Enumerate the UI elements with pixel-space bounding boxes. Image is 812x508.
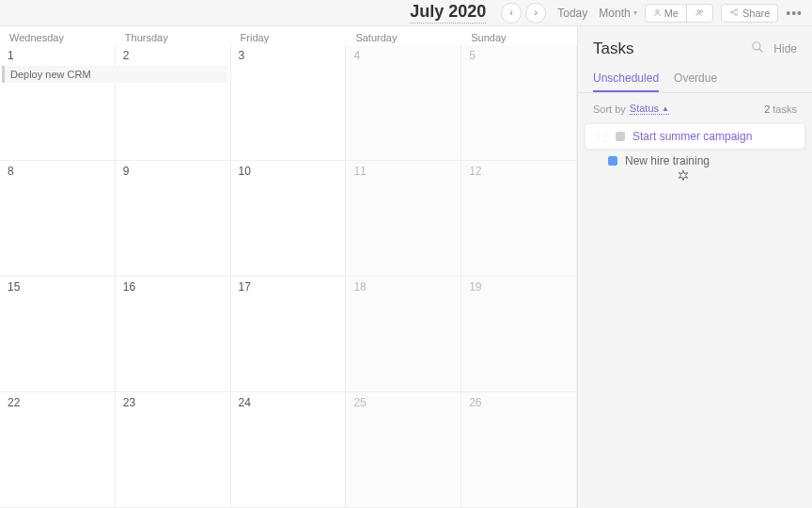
calendar-day[interactable]: 12 (461, 161, 577, 277)
day-number: 4 (353, 49, 453, 62)
day-number: 11 (353, 165, 453, 178)
people-icon (695, 8, 705, 19)
calendar-day[interactable]: 5 (461, 45, 577, 161)
sort-label: Sort by (593, 103, 626, 115)
calendar-day[interactable]: 23 (116, 392, 231, 508)
calendar-grid: Wednesday Thursday Friday Saturday Sunda… (0, 26, 577, 508)
tab-unscheduled[interactable]: Unscheduled (593, 66, 659, 92)
day-number: 10 (239, 165, 338, 178)
task-status-icon[interactable] (616, 132, 625, 141)
calendar-day[interactable]: 9 (116, 161, 231, 277)
day-number: 9 (123, 165, 223, 178)
day-number: 25 (353, 396, 453, 409)
month-title[interactable]: July 2020 (410, 2, 486, 24)
day-number: 23 (123, 396, 223, 409)
sort-select[interactable]: Status ▲ (630, 103, 669, 115)
more-button[interactable]: ••• (786, 6, 803, 21)
weekday-header: Friday (231, 26, 347, 45)
weekday-header: Thursday (116, 26, 231, 45)
day-number: 17 (239, 280, 338, 294)
svg-point-2 (700, 10, 702, 12)
cursor-icon (677, 169, 690, 185)
person-icon (653, 8, 662, 19)
day-number: 8 (8, 165, 107, 178)
calendar-day[interactable]: 26 (461, 392, 577, 508)
calendar-day[interactable]: 2 (116, 45, 231, 161)
prev-button[interactable]: ‹ (501, 3, 522, 24)
search-icon[interactable] (751, 40, 764, 57)
calendar-day[interactable]: 11 (346, 161, 461, 277)
calendar-day[interactable]: 18 (346, 277, 461, 392)
weekday-header: Wednesday (0, 26, 116, 45)
me-filter-button[interactable]: Me (646, 5, 686, 22)
tab-overdue[interactable]: Overdue (674, 66, 717, 92)
calendar-day[interactable]: 24 (231, 392, 347, 508)
drag-handle-icon[interactable]: ⋮⋮ (593, 132, 608, 142)
calendar-day[interactable]: 19 (461, 277, 577, 392)
chevron-right-icon: › (535, 8, 538, 18)
day-number: 19 (469, 280, 569, 294)
day-number: 3 (239, 49, 338, 62)
hide-button[interactable]: Hide (773, 42, 797, 56)
share-button[interactable]: Share (721, 4, 778, 23)
task-name: New hire training (625, 154, 710, 167)
calendar-day[interactable]: 3 (231, 45, 347, 161)
tasks-sidebar: Tasks Hide Unscheduled Overdue Sort by S… (577, 26, 812, 508)
calendar-day[interactable]: 22 (0, 392, 116, 508)
day-number: 2 (123, 49, 223, 62)
day-number: 26 (469, 396, 569, 409)
day-number: 24 (239, 396, 338, 409)
calendar-day[interactable]: 4 (346, 45, 461, 161)
share-icon (729, 8, 739, 19)
day-number: 5 (469, 49, 569, 62)
weekday-header: Sunday (461, 26, 577, 45)
view-select[interactable]: Month ▾ (599, 7, 636, 20)
day-number: 15 (8, 280, 107, 294)
day-number: 1 (8, 49, 107, 62)
day-number: 18 (353, 280, 453, 294)
task-name: Start summer campaign (632, 130, 752, 143)
calendar-day[interactable]: 15 (0, 277, 116, 392)
task-count: 2 tasks (764, 103, 797, 115)
chevron-down-icon: ▾ (633, 8, 637, 17)
svg-point-1 (697, 9, 700, 12)
day-number: 12 (469, 165, 569, 178)
calendar-day[interactable]: 10 (231, 161, 347, 277)
task-status-icon[interactable] (608, 156, 617, 166)
sidebar-title: Tasks (593, 40, 751, 58)
calendar-day[interactable]: 17 (231, 277, 347, 392)
task-item[interactable]: New hire training (586, 149, 804, 173)
day-number: 16 (123, 280, 223, 294)
calendar-day[interactable]: 16 (116, 277, 231, 392)
calendar-event[interactable]: Deploy new CRM (2, 66, 227, 83)
today-button[interactable]: Today (554, 7, 591, 20)
chevron-left-icon: ‹ (510, 8, 513, 18)
weekday-header: Saturday (346, 26, 461, 45)
calendar-day[interactable]: 25 (346, 392, 461, 508)
next-button[interactable]: › (525, 3, 546, 24)
svg-point-0 (656, 9, 659, 12)
header-bar: July 2020 ‹ › Today Month ▾ Me (0, 0, 812, 26)
task-item[interactable]: ⋮⋮Start summer campaign (586, 124, 804, 149)
svg-point-6 (753, 42, 760, 50)
day-number: 22 (8, 396, 107, 409)
sort-asc-icon: ▲ (662, 104, 669, 113)
calendar-day[interactable]: 1Deploy new CRM (0, 45, 116, 161)
people-filter-button[interactable] (686, 5, 712, 22)
calendar-day[interactable]: 8 (0, 161, 116, 277)
